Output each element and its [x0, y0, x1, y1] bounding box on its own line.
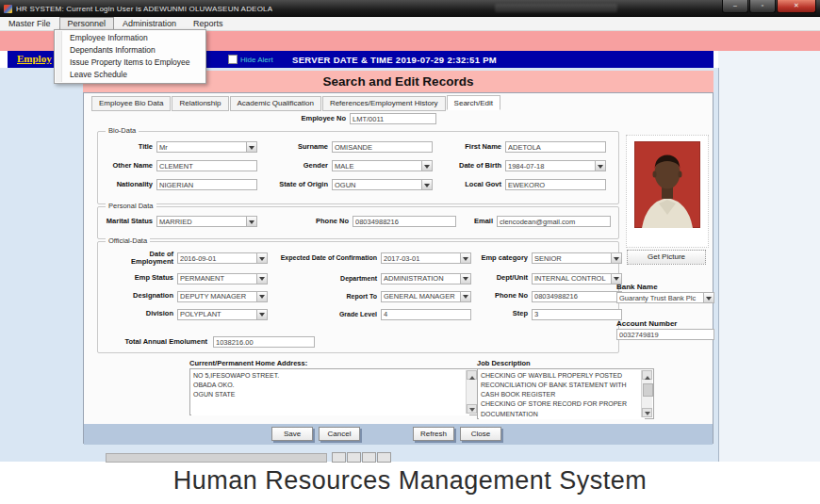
marital-status-select[interactable] — [156, 216, 257, 227]
tab-academic-qualification[interactable]: Academic Qualification — [230, 96, 321, 111]
bank-name-input[interactable] — [616, 292, 703, 303]
date-of-employment-select[interactable] — [177, 252, 268, 264]
dropdown-arrow-icon[interactable] — [246, 216, 257, 227]
date-of-birth-select[interactable] — [505, 160, 606, 171]
home-address-textarea[interactable]: NO 5,IFESOWAPO STREET. OBADA OKO. OGUN S… — [191, 370, 469, 415]
dropdown-arrow-icon[interactable] — [256, 309, 268, 320]
dropdown-arrow-icon[interactable] — [421, 160, 433, 171]
other-name-input[interactable] — [156, 160, 257, 171]
dropdown-arrow-icon[interactable] — [256, 252, 268, 264]
dropdown-arrow-icon[interactable] — [611, 252, 622, 264]
total-annual-emolument-input[interactable] — [213, 336, 315, 348]
scroll-up-icon[interactable] — [642, 370, 652, 380]
dept-unit-select[interactable] — [532, 273, 622, 285]
nationality-input[interactable] — [156, 179, 257, 190]
emp-category-input[interactable] — [532, 252, 611, 264]
dropdown-arrow-icon[interactable] — [256, 291, 268, 302]
job-description-scrollbar[interactable] — [641, 370, 652, 417]
date-of-birth-input[interactable] — [505, 160, 595, 171]
hide-alert-control[interactable]: Hide Alert — [228, 55, 273, 64]
dropdown-arrow-icon[interactable] — [246, 141, 257, 153]
date-of-employment-input[interactable] — [177, 252, 256, 264]
field-date-of-employment: Date of Employment — [106, 251, 271, 267]
division-select[interactable] — [177, 309, 268, 320]
department-select[interactable] — [381, 273, 471, 285]
tab-relationship[interactable]: Relationship — [172, 96, 228, 111]
employee-no-input[interactable] — [350, 113, 436, 124]
state-of-origin-label: State of Origin — [268, 181, 328, 188]
scroll-down-icon[interactable] — [467, 404, 477, 414]
menu-master-file[interactable]: Master File — [0, 17, 59, 30]
marital-status-input[interactable] — [156, 216, 246, 227]
surname-input[interactable] — [332, 141, 433, 153]
close-icon[interactable]: ✕ — [777, 0, 816, 13]
tab-search-edit[interactable]: Search/Edit — [447, 95, 500, 110]
title-label: Title — [106, 143, 153, 151]
scrollbar-thumb[interactable] — [643, 383, 653, 397]
official-phone-input[interactable] — [532, 291, 622, 302]
state-of-origin-select[interactable] — [332, 179, 433, 190]
dropdown-arrow-icon[interactable] — [421, 179, 433, 190]
dropdown-arrow-icon[interactable] — [460, 291, 471, 302]
field-division: Division — [106, 309, 271, 320]
bank-name-select[interactable] — [616, 292, 714, 303]
job-description-textarea[interactable]: CHECKING OF WAYBILL PROPERLY POSTED RECO… — [479, 370, 645, 419]
report-to-select[interactable] — [381, 291, 471, 302]
dropdown-arrow-icon[interactable] — [703, 292, 714, 303]
menu-item-issue-property-items[interactable]: Issue Property Items to Employee — [55, 57, 205, 69]
dept-unit-input[interactable] — [532, 273, 611, 285]
report-to-input[interactable] — [381, 291, 460, 302]
scroll-down-icon[interactable] — [642, 408, 652, 417]
get-picture-button[interactable]: Get Picture — [627, 250, 706, 265]
save-button[interactable]: Save — [271, 427, 313, 441]
menu-item-leave-schedule[interactable]: Leave Schedule — [55, 69, 205, 81]
state-of-origin-input[interactable] — [332, 179, 421, 190]
grade-level-input[interactable] — [381, 309, 471, 320]
dropdown-arrow-icon[interactable] — [460, 273, 471, 285]
designation-input[interactable] — [177, 291, 256, 302]
gender-select[interactable] — [332, 160, 433, 171]
menu-personnel[interactable]: Personnel — [59, 17, 115, 30]
hide-alert-checkbox[interactable] — [228, 55, 238, 64]
tab-references-employment-history[interactable]: References/Employment History — [322, 96, 446, 111]
employee-link-text[interactable]: Employ — [17, 53, 52, 64]
personal-phone-input[interactable] — [353, 216, 456, 227]
expected-confirmation-select[interactable] — [381, 252, 471, 264]
dropdown-arrow-icon[interactable] — [256, 273, 268, 285]
close-button[interactable]: Close — [460, 427, 501, 441]
step-input[interactable] — [532, 309, 622, 320]
field-official-phone: Phone No — [475, 291, 611, 302]
first-name-input[interactable] — [505, 141, 606, 153]
gender-input[interactable] — [332, 160, 421, 171]
account-number-input[interactable] — [616, 329, 714, 340]
emp-status-select[interactable] — [177, 273, 268, 285]
department-input[interactable] — [381, 273, 460, 285]
cancel-button[interactable]: Cancel — [319, 427, 360, 441]
menu-reports[interactable]: Reports — [185, 17, 232, 30]
emp-category-select[interactable] — [532, 252, 622, 264]
hr-system-screenshot: HR SYSTEM: Current Login User is ADEWUNM… — [0, 0, 820, 504]
maximize-icon[interactable]: ▫ — [749, 0, 776, 13]
title-input[interactable] — [156, 141, 246, 153]
division-input[interactable] — [177, 309, 256, 320]
expected-confirmation-input[interactable] — [381, 252, 460, 264]
refresh-button[interactable]: Refresh — [413, 427, 454, 441]
menu-item-employee-information[interactable]: Employee Information — [55, 32, 205, 44]
emp-status-input[interactable] — [177, 273, 256, 285]
minimize-icon[interactable]: – — [722, 0, 748, 13]
scroll-up-icon[interactable] — [467, 370, 477, 380]
menu-administration[interactable]: Administration — [114, 17, 185, 30]
employee-photo-frame — [626, 135, 709, 248]
bank-name-label: Bank Name — [616, 283, 658, 291]
dropdown-arrow-icon[interactable] — [595, 160, 606, 171]
window-controls: – ▫ ✕ — [721, 0, 816, 13]
dropdown-arrow-icon[interactable] — [460, 252, 471, 264]
menu-item-dependants-information[interactable]: Dependants Information — [55, 44, 205, 57]
local-govt-input[interactable] — [505, 179, 606, 190]
address-scrollbar[interactable] — [466, 370, 477, 414]
designation-select[interactable] — [177, 291, 268, 302]
email-input[interactable] — [497, 216, 611, 227]
bottom-partial-button — [377, 452, 391, 463]
tab-employee-bio-data[interactable]: Employee Bio Data — [91, 96, 171, 111]
title-select[interactable] — [156, 141, 257, 153]
